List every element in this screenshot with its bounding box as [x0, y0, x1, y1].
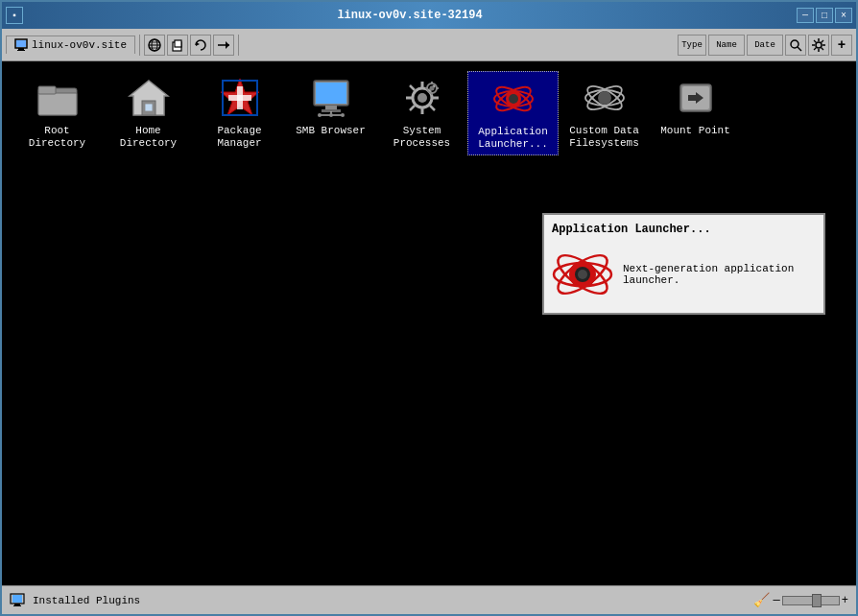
svg-rect-1 — [18, 48, 24, 50]
status-right: 🧹 ─ + — [753, 592, 848, 608]
svg-rect-26 — [38, 93, 77, 115]
tooltip-body: Next-generation application launcher. — [552, 244, 816, 305]
icon-root-directory[interactable]: Root Directory — [12, 71, 103, 154]
package-icon — [219, 77, 261, 119]
icon-home-directory[interactable]: Home Directory — [103, 71, 194, 154]
svg-rect-79 — [12, 595, 22, 603]
svg-rect-27 — [38, 86, 56, 94]
application-launcher-icon — [492, 78, 535, 120]
globe-icon — [147, 37, 162, 53]
gear-icon — [811, 37, 826, 53]
tooltip-description: Next-generation application launcher. — [623, 263, 816, 286]
sort-date-btn[interactable]: Date — [747, 35, 783, 56]
maximize-button[interactable]: □ — [816, 8, 833, 23]
icon-package-manager[interactable]: Package Manager — [194, 71, 285, 154]
svg-point-16 — [816, 42, 822, 48]
svg-line-23 — [822, 40, 824, 43]
close-button[interactable]: × — [835, 8, 852, 23]
svg-marker-13 — [226, 41, 229, 49]
view-type-btn[interactable]: Type — [678, 35, 706, 56]
svg-line-21 — [814, 40, 817, 43]
broom-icon[interactable]: 🧹 — [753, 592, 770, 608]
icon-custom-data-filesystems[interactable]: Custom Data Filesystems — [559, 71, 650, 154]
smb-browser-icon-img — [308, 75, 354, 121]
toolbar-plus-btn[interactable]: + — [831, 35, 852, 56]
toolbar-copy-btn[interactable] — [167, 35, 188, 56]
svg-point-45 — [417, 93, 427, 103]
svg-line-51 — [430, 106, 435, 110]
status-monitor-icon — [10, 593, 25, 608]
minimize-button[interactable]: ─ — [797, 8, 814, 23]
svg-point-74 — [578, 270, 587, 279]
svg-rect-33 — [228, 95, 251, 101]
application-launcher-label: Application Launcher... — [472, 126, 554, 151]
mount-point-icon — [675, 77, 717, 119]
system-processes-icon-img — [399, 75, 445, 121]
svg-line-24 — [814, 47, 817, 50]
icons-row: Root Directory Home Directory — [2, 61, 856, 165]
icon-smb-browser[interactable]: SMB Browser — [285, 71, 376, 141]
svg-point-43 — [329, 113, 333, 117]
zoom-handle[interactable] — [812, 594, 822, 607]
home-directory-icon-img — [126, 75, 172, 121]
arrow-icon — [216, 37, 231, 53]
title-bar: ▪ linux-ov0v.site-32194 ─ □ × — [2, 2, 856, 29]
svg-line-50 — [410, 85, 415, 90]
smb-browser-label: SMB Browser — [296, 125, 366, 137]
svg-point-55 — [429, 86, 434, 91]
separator-1 — [139, 35, 140, 56]
toolbar-refresh-btn[interactable] — [190, 35, 211, 56]
svg-rect-80 — [14, 604, 20, 605]
svg-rect-10 — [175, 40, 181, 47]
svg-rect-30 — [145, 104, 153, 111]
icon-system-processes[interactable]: System Processes — [376, 71, 467, 154]
zoom-minus[interactable]: ─ — [774, 594, 780, 607]
icon-application-launcher[interactable]: Application Launcher... — [467, 71, 559, 155]
svg-rect-3 — [16, 40, 26, 47]
folder-icon — [36, 77, 79, 119]
home-directory-label: Home Directory — [107, 125, 190, 150]
tooltip-app-icon — [552, 244, 613, 305]
main-area: Root Directory Home Directory — [2, 61, 856, 585]
window-menu-button[interactable]: ▪ — [6, 7, 23, 24]
application-launcher-icon-img — [490, 76, 536, 122]
main-window: ▪ linux-ov0v.site-32194 ─ □ × linux-ov0v… — [0, 0, 858, 616]
tab-text: linux-ov0v.site — [32, 39, 127, 51]
svg-rect-2 — [17, 50, 25, 51]
mount-point-icon-img — [673, 75, 719, 121]
title-bar-left-buttons: ▪ — [6, 7, 23, 24]
toolbar-gear-btn[interactable] — [808, 35, 829, 56]
toolbar-globe-btn[interactable] — [144, 35, 165, 56]
svg-line-22 — [822, 47, 824, 50]
toolbar-right: Type Name Date — [678, 35, 852, 56]
svg-line-15 — [798, 47, 801, 51]
system-processes-label: System Processes — [380, 125, 464, 150]
copy-icon — [170, 37, 185, 53]
search-icon — [788, 37, 803, 53]
refresh-icon — [193, 37, 208, 53]
package-manager-icon-img — [217, 75, 263, 121]
zoom-control: ─ + — [774, 594, 848, 607]
sort-name-btn[interactable]: Name — [708, 35, 745, 56]
zoom-slider[interactable] — [782, 596, 840, 605]
toolbar-search-btn[interactable] — [785, 35, 806, 56]
custom-data-filesystems-icon-img — [582, 75, 628, 121]
zoom-plus[interactable]: + — [842, 594, 848, 607]
tab-label[interactable]: linux-ov0v.site — [6, 36, 135, 54]
toolbar-arrow-btn[interactable] — [213, 35, 234, 56]
status-bar: Installed Plugins 🧹 ─ + — [2, 585, 856, 614]
tooltip-popup: Application Launcher... Next-generation … — [542, 213, 825, 315]
title-bar-right-buttons: ─ □ × — [797, 8, 852, 23]
svg-rect-81 — [13, 605, 21, 606]
custom-data-filesystems-label: Custom Data Filesystems — [562, 125, 646, 150]
svg-line-53 — [410, 106, 415, 110]
svg-point-65 — [598, 91, 611, 105]
window-title: linux-ov0v.site-32194 — [23, 9, 797, 22]
svg-point-14 — [791, 40, 798, 48]
toolbar: linux-ov0v.site — [2, 29, 856, 61]
system-processes-icon — [401, 77, 443, 119]
svg-point-61 — [509, 94, 518, 104]
svg-point-42 — [341, 113, 345, 117]
monitor-icon — [14, 38, 28, 52]
icon-mount-point[interactable]: Mount Point — [650, 71, 741, 141]
